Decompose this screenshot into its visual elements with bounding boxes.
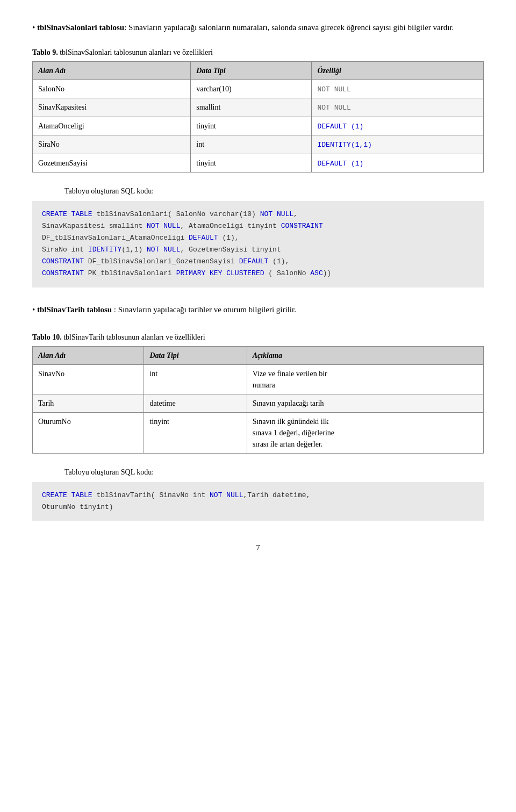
sql-label1: Tabloyu oluşturan SQL kodu: (64, 185, 484, 197)
table9-cell-2-0: AtamaOnceligi (33, 117, 191, 135)
table10-header-row: Alan Adı Data Tipi Açıklama (33, 347, 484, 365)
table9-cell-2-1: tinyint (191, 117, 312, 135)
table10-cell-0-2: Vize ve finale verilen bir numara (247, 365, 483, 394)
table10-cell-0-1: int (144, 365, 247, 394)
table9: Alan Adı Data Tipi Özelliği SalonNovarch… (32, 61, 484, 173)
table9-cell-4-0: GozetmenSayisi (33, 154, 191, 173)
table9-caption-text: tblSinavSalonlari tablosunun alanları ve… (60, 48, 213, 56)
table9-cell-1-2: NOT NULL (312, 98, 484, 117)
table9-caption-label: Tablo 9. (32, 48, 58, 56)
table9-cell-0-0: SalonNo (33, 80, 191, 98)
table9-cell-0-2: NOT NULL (312, 80, 484, 98)
table9-col-alan: Alan Adı (33, 61, 191, 80)
table10-cell-1-1: datetime (144, 394, 247, 413)
table9-row-2: AtamaOnceligitinyintDEFAULT (1) (33, 117, 484, 135)
intro-paragraph: • tblSinavSalonlari tablosu: Sınavların … (32, 21, 484, 34)
sql-code-block1: CREATE TABLE tblSinavSalonlari( SalonNo … (32, 201, 484, 288)
table9-row-0: SalonNovarchar(10)NOT NULL (33, 80, 484, 98)
table9-row-3: SiraNointIDENTITY(1,1) (33, 135, 484, 154)
table9-col-data: Data Tipi (191, 61, 312, 80)
table10-row-1: TarihdatetimeSınavın yapılacağı tarih (33, 394, 484, 413)
table10-cell-2-1: tinyint (144, 413, 247, 454)
table10-row-0: SinavNointVize ve finale verilen bir num… (33, 365, 484, 394)
intro-description: Sınavların yapılacağı salonların numaral… (126, 23, 454, 32)
bullet-symbol: • (32, 23, 37, 32)
table10-cell-1-2: Sınavın yapılacağı tarih (247, 394, 483, 413)
table9-row-1: SinavKapasitesismallintNOT NULL (33, 98, 484, 117)
table10-col-aciklama: Açıklama (247, 347, 483, 365)
sql-notnull1: NOT NULL (260, 210, 293, 218)
table10-caption: Tablo 10. tblSinavTarih tablosunun alanl… (32, 332, 484, 343)
table9-cell-3-1: int (191, 135, 312, 154)
table9-cell-3-2: IDENTITY(1,1) (312, 135, 484, 154)
bullet2-paragraph: • tblSinavTarih tablosu : Sınavların yap… (32, 304, 484, 316)
table10-cell-0-0: SinavNo (33, 365, 144, 394)
table-name-bold1: tblSinavSalonlari tablosu (37, 23, 124, 32)
bullet2-table-name: tblSinavTarih tablosu (37, 305, 112, 314)
bullet2-symbol: • (32, 305, 37, 314)
table9-caption: Tablo 9. tblSinavSalonlari tablosunun al… (32, 47, 484, 58)
table10-col-alan: Alan Adı (33, 347, 144, 365)
bullet2-separator: : (112, 305, 118, 314)
table9-cell-4-1: tinyint (191, 154, 312, 173)
table10-cell-2-2: Sınavın ilk günündeki ilk sınava 1 değer… (247, 413, 483, 454)
table9-header-row: Alan Adı Data Tipi Özelliği (33, 61, 484, 80)
table10-col-data: Data Tipi (144, 347, 247, 365)
table10: Alan Adı Data Tipi Açıklama SinavNointVi… (32, 346, 484, 454)
table9-row-4: GozetmenSayisitinyintDEFAULT (1) (33, 154, 484, 173)
table9-cell-1-0: SinavKapasitesi (33, 98, 191, 117)
table9-cell-2-2: DEFAULT (1) (312, 117, 484, 135)
table10-row-2: OturumNotinyintSınavın ilk günündeki ilk… (33, 413, 484, 454)
page-number: 7 (32, 542, 484, 554)
table9-cell-3-0: SiraNo (33, 135, 191, 154)
sql-create-keyword: CREATE TABLE (42, 210, 92, 218)
bullet2-description: Sınavların yapılacağı tarihler ve oturum… (118, 305, 296, 314)
table10-caption-label: Tablo 10. (32, 333, 62, 341)
table10-caption-text: tblSinavTarih tablosunun alanları ve öze… (63, 333, 205, 341)
sql-label2: Tabloyu oluşturan SQL kodu: (64, 466, 484, 478)
table9-col-ozellik: Özelliği (312, 61, 484, 80)
table10-cell-1-0: Tarih (33, 394, 144, 413)
sql-code-block2: CREATE TABLE tblSinavTarih( SinavNo int … (32, 482, 484, 521)
table10-cell-2-0: OturumNo (33, 413, 144, 454)
sql-code-plain1: tblSinavSalonlari( SalonNo varchar(10) (92, 210, 260, 218)
table9-cell-4-2: DEFAULT (1) (312, 154, 484, 173)
table9-cell-0-1: varchar(10) (191, 80, 312, 98)
table9-cell-1-1: smallint (191, 98, 312, 117)
